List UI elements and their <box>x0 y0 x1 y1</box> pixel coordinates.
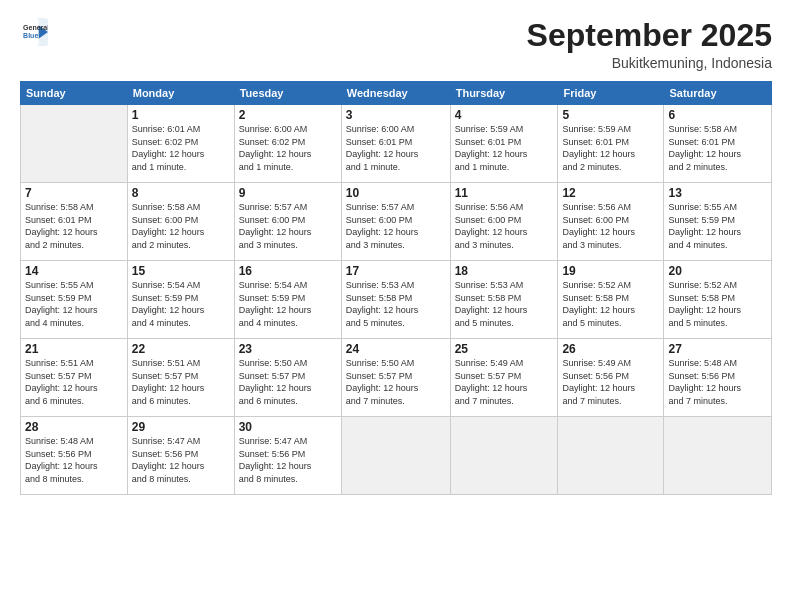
week-row-1: 1Sunrise: 6:01 AM Sunset: 6:02 PM Daylig… <box>21 105 772 183</box>
day-info: Sunrise: 5:59 AM Sunset: 6:01 PM Dayligh… <box>455 123 554 173</box>
day-info: Sunrise: 5:57 AM Sunset: 6:00 PM Dayligh… <box>239 201 337 251</box>
day-number: 11 <box>455 186 554 200</box>
day-cell <box>341 417 450 495</box>
day-cell: 1Sunrise: 6:01 AM Sunset: 6:02 PM Daylig… <box>127 105 234 183</box>
week-row-2: 7Sunrise: 5:58 AM Sunset: 6:01 PM Daylig… <box>21 183 772 261</box>
day-number: 19 <box>562 264 659 278</box>
day-info: Sunrise: 5:55 AM Sunset: 5:59 PM Dayligh… <box>668 201 767 251</box>
day-info: Sunrise: 5:47 AM Sunset: 5:56 PM Dayligh… <box>239 435 337 485</box>
day-info: Sunrise: 5:53 AM Sunset: 5:58 PM Dayligh… <box>346 279 446 329</box>
day-cell: 25Sunrise: 5:49 AM Sunset: 5:57 PM Dayli… <box>450 339 558 417</box>
day-cell: 21Sunrise: 5:51 AM Sunset: 5:57 PM Dayli… <box>21 339 128 417</box>
logo: General Blue <box>20 18 50 46</box>
day-cell: 13Sunrise: 5:55 AM Sunset: 5:59 PM Dayli… <box>664 183 772 261</box>
day-cell: 23Sunrise: 5:50 AM Sunset: 5:57 PM Dayli… <box>234 339 341 417</box>
svg-text:General: General <box>23 24 48 31</box>
day-info: Sunrise: 5:57 AM Sunset: 6:00 PM Dayligh… <box>346 201 446 251</box>
day-info: Sunrise: 5:54 AM Sunset: 5:59 PM Dayligh… <box>239 279 337 329</box>
week-row-5: 28Sunrise: 5:48 AM Sunset: 5:56 PM Dayli… <box>21 417 772 495</box>
day-number: 2 <box>239 108 337 122</box>
day-number: 15 <box>132 264 230 278</box>
weekday-monday: Monday <box>127 82 234 105</box>
weekday-wednesday: Wednesday <box>341 82 450 105</box>
day-number: 30 <box>239 420 337 434</box>
day-number: 17 <box>346 264 446 278</box>
day-number: 6 <box>668 108 767 122</box>
day-info: Sunrise: 5:56 AM Sunset: 6:00 PM Dayligh… <box>562 201 659 251</box>
day-cell: 10Sunrise: 5:57 AM Sunset: 6:00 PM Dayli… <box>341 183 450 261</box>
day-info: Sunrise: 5:56 AM Sunset: 6:00 PM Dayligh… <box>455 201 554 251</box>
day-info: Sunrise: 5:50 AM Sunset: 5:57 PM Dayligh… <box>239 357 337 407</box>
day-cell: 20Sunrise: 5:52 AM Sunset: 5:58 PM Dayli… <box>664 261 772 339</box>
day-number: 25 <box>455 342 554 356</box>
day-number: 3 <box>346 108 446 122</box>
day-cell: 3Sunrise: 6:00 AM Sunset: 6:01 PM Daylig… <box>341 105 450 183</box>
day-info: Sunrise: 5:50 AM Sunset: 5:57 PM Dayligh… <box>346 357 446 407</box>
day-cell: 14Sunrise: 5:55 AM Sunset: 5:59 PM Dayli… <box>21 261 128 339</box>
weekday-friday: Friday <box>558 82 664 105</box>
day-number: 10 <box>346 186 446 200</box>
day-info: Sunrise: 6:00 AM Sunset: 6:01 PM Dayligh… <box>346 123 446 173</box>
day-cell: 9Sunrise: 5:57 AM Sunset: 6:00 PM Daylig… <box>234 183 341 261</box>
day-info: Sunrise: 5:49 AM Sunset: 5:57 PM Dayligh… <box>455 357 554 407</box>
day-cell: 18Sunrise: 5:53 AM Sunset: 5:58 PM Dayli… <box>450 261 558 339</box>
day-cell: 24Sunrise: 5:50 AM Sunset: 5:57 PM Dayli… <box>341 339 450 417</box>
page: General Blue September 2025 Bukitkemunin… <box>0 0 792 612</box>
day-cell: 15Sunrise: 5:54 AM Sunset: 5:59 PM Dayli… <box>127 261 234 339</box>
day-number: 20 <box>668 264 767 278</box>
day-info: Sunrise: 5:58 AM Sunset: 6:01 PM Dayligh… <box>668 123 767 173</box>
day-number: 13 <box>668 186 767 200</box>
day-info: Sunrise: 5:48 AM Sunset: 5:56 PM Dayligh… <box>25 435 123 485</box>
day-number: 24 <box>346 342 446 356</box>
day-cell: 6Sunrise: 5:58 AM Sunset: 6:01 PM Daylig… <box>664 105 772 183</box>
day-info: Sunrise: 5:47 AM Sunset: 5:56 PM Dayligh… <box>132 435 230 485</box>
day-info: Sunrise: 5:52 AM Sunset: 5:58 PM Dayligh… <box>562 279 659 329</box>
day-number: 1 <box>132 108 230 122</box>
day-number: 4 <box>455 108 554 122</box>
day-cell <box>558 417 664 495</box>
day-number: 29 <box>132 420 230 434</box>
day-cell: 11Sunrise: 5:56 AM Sunset: 6:00 PM Dayli… <box>450 183 558 261</box>
day-cell: 8Sunrise: 5:58 AM Sunset: 6:00 PM Daylig… <box>127 183 234 261</box>
day-number: 5 <box>562 108 659 122</box>
day-cell: 4Sunrise: 5:59 AM Sunset: 6:01 PM Daylig… <box>450 105 558 183</box>
title-block: September 2025 Bukitkemuning, Indonesia <box>527 18 772 71</box>
day-cell: 28Sunrise: 5:48 AM Sunset: 5:56 PM Dayli… <box>21 417 128 495</box>
day-number: 9 <box>239 186 337 200</box>
header: General Blue September 2025 Bukitkemunin… <box>20 18 772 71</box>
day-cell: 2Sunrise: 6:00 AM Sunset: 6:02 PM Daylig… <box>234 105 341 183</box>
day-info: Sunrise: 5:55 AM Sunset: 5:59 PM Dayligh… <box>25 279 123 329</box>
week-row-4: 21Sunrise: 5:51 AM Sunset: 5:57 PM Dayli… <box>21 339 772 417</box>
day-cell <box>450 417 558 495</box>
day-cell: 19Sunrise: 5:52 AM Sunset: 5:58 PM Dayli… <box>558 261 664 339</box>
day-info: Sunrise: 5:53 AM Sunset: 5:58 PM Dayligh… <box>455 279 554 329</box>
day-number: 8 <box>132 186 230 200</box>
day-cell: 5Sunrise: 5:59 AM Sunset: 6:01 PM Daylig… <box>558 105 664 183</box>
day-number: 21 <box>25 342 123 356</box>
day-info: Sunrise: 5:59 AM Sunset: 6:01 PM Dayligh… <box>562 123 659 173</box>
day-number: 26 <box>562 342 659 356</box>
day-cell: 27Sunrise: 5:48 AM Sunset: 5:56 PM Dayli… <box>664 339 772 417</box>
day-number: 14 <box>25 264 123 278</box>
calendar-table: SundayMondayTuesdayWednesdayThursdayFrid… <box>20 81 772 495</box>
day-cell: 7Sunrise: 5:58 AM Sunset: 6:01 PM Daylig… <box>21 183 128 261</box>
day-info: Sunrise: 6:01 AM Sunset: 6:02 PM Dayligh… <box>132 123 230 173</box>
day-info: Sunrise: 5:58 AM Sunset: 6:01 PM Dayligh… <box>25 201 123 251</box>
day-info: Sunrise: 6:00 AM Sunset: 6:02 PM Dayligh… <box>239 123 337 173</box>
day-number: 27 <box>668 342 767 356</box>
day-cell <box>664 417 772 495</box>
location: Bukitkemuning, Indonesia <box>527 55 772 71</box>
day-number: 18 <box>455 264 554 278</box>
day-info: Sunrise: 5:52 AM Sunset: 5:58 PM Dayligh… <box>668 279 767 329</box>
day-info: Sunrise: 5:51 AM Sunset: 5:57 PM Dayligh… <box>25 357 123 407</box>
day-info: Sunrise: 5:54 AM Sunset: 5:59 PM Dayligh… <box>132 279 230 329</box>
day-number: 23 <box>239 342 337 356</box>
weekday-saturday: Saturday <box>664 82 772 105</box>
month-title: September 2025 <box>527 18 772 53</box>
week-row-3: 14Sunrise: 5:55 AM Sunset: 5:59 PM Dayli… <box>21 261 772 339</box>
day-cell: 22Sunrise: 5:51 AM Sunset: 5:57 PM Dayli… <box>127 339 234 417</box>
day-cell: 16Sunrise: 5:54 AM Sunset: 5:59 PM Dayli… <box>234 261 341 339</box>
weekday-header-row: SundayMondayTuesdayWednesdayThursdayFrid… <box>21 82 772 105</box>
day-cell: 17Sunrise: 5:53 AM Sunset: 5:58 PM Dayli… <box>341 261 450 339</box>
weekday-tuesday: Tuesday <box>234 82 341 105</box>
